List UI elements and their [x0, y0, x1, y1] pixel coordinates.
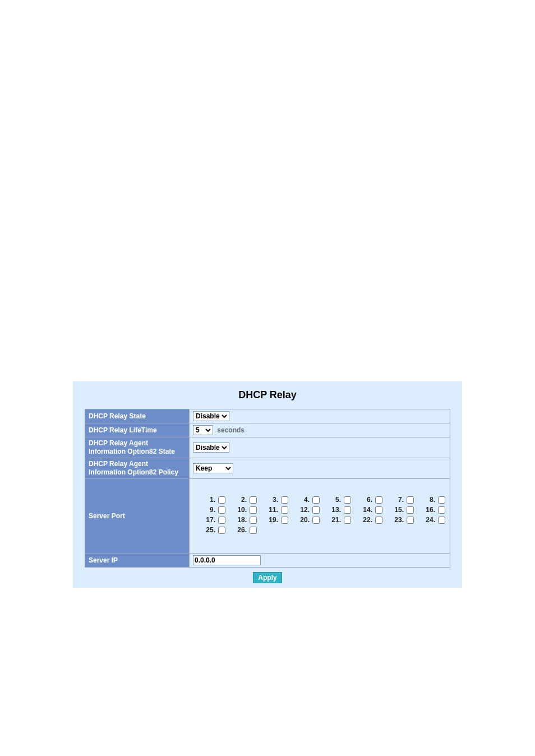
port-label: 11.: [269, 506, 278, 514]
port-checkbox-14[interactable]: [375, 506, 382, 514]
port-item: 19.: [257, 516, 288, 524]
relay-state-select[interactable]: DisableEnable: [193, 411, 229, 421]
relay-lifetime-select[interactable]: 51015: [193, 425, 213, 435]
port-checkbox-12[interactable]: [312, 506, 320, 514]
port-checkbox-6[interactable]: [375, 496, 382, 504]
apply-button[interactable]: Apply: [253, 572, 282, 583]
port-label: 17.: [206, 516, 215, 524]
port-item: 22.: [351, 516, 382, 524]
port-item: 5.: [320, 496, 351, 504]
port-checkbox-23[interactable]: [407, 517, 414, 524]
port-checkbox-19[interactable]: [281, 517, 288, 524]
port-label: 16.: [426, 506, 435, 514]
port-checkbox-16[interactable]: [438, 506, 445, 514]
port-item: 9.: [194, 506, 225, 514]
port-item: 14.: [351, 506, 382, 514]
server-ip-input[interactable]: [193, 555, 261, 565]
label-server-port: Server Port: [85, 479, 190, 554]
port-item: 12.: [288, 506, 320, 514]
port-checkbox-15[interactable]: [407, 506, 414, 514]
port-item: 10.: [225, 506, 257, 514]
port-checkbox-2[interactable]: [250, 496, 257, 504]
port-item: 18.: [225, 516, 257, 524]
port-checkbox-24[interactable]: [438, 517, 445, 524]
port-item: 11.: [257, 506, 288, 514]
port-label: 21.: [331, 516, 341, 524]
port-item: 25.: [194, 526, 225, 534]
port-label: 4.: [304, 496, 310, 504]
port-label: 20.: [300, 516, 310, 524]
port-checkbox-20[interactable]: [312, 517, 320, 524]
port-item: 16.: [414, 506, 445, 514]
port-label: 10.: [237, 506, 247, 514]
port-checkbox-10[interactable]: [250, 506, 257, 514]
agent-option82-state-select[interactable]: DisableEnable: [193, 442, 229, 453]
port-label: 26.: [237, 526, 247, 534]
port-label: 15.: [394, 506, 404, 514]
port-label: 14.: [363, 506, 372, 514]
config-table: DHCP Relay State DisableEnable DHCP Rela…: [85, 409, 450, 568]
port-item: 23.: [382, 516, 414, 524]
port-item: 24.: [414, 516, 445, 524]
port-label: 25.: [206, 526, 215, 534]
port-item: 20.: [288, 516, 320, 524]
port-item: 6.: [351, 496, 382, 504]
port-item: 7.: [382, 496, 414, 504]
port-checkbox-25[interactable]: [218, 527, 225, 534]
port-label: 19.: [269, 516, 278, 524]
port-label: 8.: [430, 496, 435, 504]
port-label: 18.: [237, 516, 247, 524]
port-checkbox-13[interactable]: [344, 506, 351, 514]
label-agent-option82-policy: DHCP Relay Agent Information Option82 Po…: [85, 458, 190, 479]
port-item: 26.: [225, 526, 257, 534]
label-agent-option82-state: DHCP Relay Agent Information Option82 St…: [85, 437, 190, 458]
port-checkbox-8[interactable]: [438, 496, 445, 504]
port-checkbox-1[interactable]: [218, 496, 225, 504]
port-checkbox-11[interactable]: [281, 506, 288, 514]
server-port-grid: 1.2.3.4.5.6.7.8.9.10.11.12.13.14.15.16.1…: [193, 492, 446, 540]
label-server-ip: Server IP: [85, 554, 190, 568]
port-label: 23.: [394, 516, 404, 524]
port-checkbox-7[interactable]: [407, 496, 414, 504]
port-label: 13.: [331, 506, 341, 514]
port-checkbox-9[interactable]: [218, 506, 225, 514]
port-checkbox-22[interactable]: [375, 517, 382, 524]
port-checkbox-18[interactable]: [250, 517, 257, 524]
port-checkbox-3[interactable]: [281, 496, 288, 504]
port-label: 7.: [398, 496, 404, 504]
port-checkbox-21[interactable]: [344, 517, 351, 524]
port-checkbox-26[interactable]: [250, 527, 257, 534]
agent-option82-policy-select[interactable]: KeepReplaceDrop: [193, 463, 233, 473]
port-label: 1.: [210, 496, 215, 504]
port-checkbox-4[interactable]: [312, 496, 320, 504]
port-label: 22.: [363, 516, 372, 524]
port-label: 3.: [273, 496, 278, 504]
port-item: 17.: [194, 516, 225, 524]
port-item: 21.: [320, 516, 351, 524]
port-label: 6.: [367, 496, 372, 504]
port-label: 2.: [241, 496, 247, 504]
port-label: 5.: [335, 496, 341, 504]
port-item: 8.: [414, 496, 445, 504]
lifetime-suffix: seconds: [217, 426, 245, 434]
label-relay-lifetime: DHCP Relay LifeTime: [85, 423, 190, 437]
port-label: 12.: [300, 506, 310, 514]
port-label: 9.: [210, 506, 215, 514]
port-item: 4.: [288, 496, 320, 504]
port-item: 2.: [225, 496, 257, 504]
label-relay-state: DHCP Relay State: [85, 409, 190, 423]
port-checkbox-5[interactable]: [344, 496, 351, 504]
port-item: 1.: [194, 496, 225, 504]
page-title: DHCP Relay: [73, 381, 462, 409]
port-item: 3.: [257, 496, 288, 504]
port-item: 15.: [382, 506, 414, 514]
port-item: 13.: [320, 506, 351, 514]
port-label: 24.: [426, 516, 435, 524]
port-checkbox-17[interactable]: [218, 517, 225, 524]
